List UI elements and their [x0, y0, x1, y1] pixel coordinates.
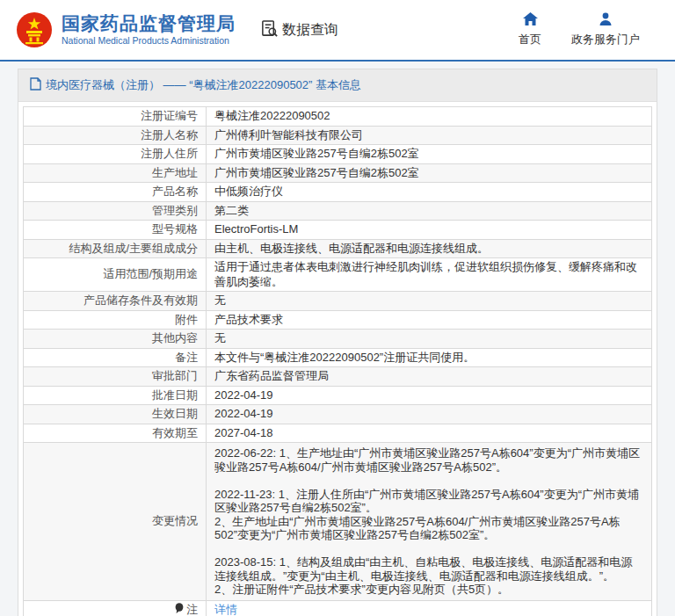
row-label: 产品储存条件及有效期: [24, 292, 207, 311]
row-label: 注册证编号: [24, 107, 207, 127]
content-panel: 境内医疗器械（注册） —— “粤械注准20222090502” 基本信息 注册证…: [18, 69, 657, 616]
nav-item-gov-portal[interactable]: 政务服务门户: [571, 12, 640, 47]
table-row: 管理类别 第二类: [24, 201, 652, 221]
row-value: 粤械注准20222090502: [207, 107, 652, 127]
registration-info-table: 注册证编号 粤械注准20222090502 注册人名称 广州傅利叶智能科技有限公…: [23, 106, 652, 616]
row-label: 注册人名称: [24, 126, 207, 145]
row-label: 生效日期: [24, 405, 207, 424]
site-header: 国家药品监督管理局 National Medical Products Admi…: [0, 0, 675, 62]
row-value: ElectroFortis-LM: [207, 221, 652, 240]
nav-gov-portal-label: 政务服务门户: [571, 32, 640, 47]
row-value: 广州傅利叶智能科技有限公司: [207, 126, 652, 145]
national-emblem-icon: [16, 11, 53, 48]
table-row: 结构及组成/主要组成成分 由主机、电极连接线、电源适配器和电源连接线组成。: [24, 239, 652, 258]
table-row: 附件 产品技术要求: [24, 310, 652, 330]
detail-link[interactable]: 详情: [214, 603, 237, 616]
row-label: 型号规格: [24, 221, 207, 240]
row-label: 有效期至: [24, 424, 207, 443]
row-value: 广东省药品监督管理局: [207, 367, 652, 387]
note-row-label: 注: [186, 603, 198, 616]
row-value: 2022-04-19: [207, 405, 652, 424]
header-nav: 首页 政务服务门户: [519, 12, 640, 47]
table-row-note: 注 详情: [24, 600, 652, 616]
row-value: 第二类: [207, 201, 652, 221]
row-label: 生产地址: [24, 163, 207, 183]
table-row: 注册人住所 广州市黄埔区骏业路257号自编2栋502室: [24, 145, 652, 164]
page-file-icon: [30, 77, 46, 93]
table-row: 批准日期 2022-04-19: [24, 386, 652, 405]
row-value: 2027-04-18: [207, 424, 652, 443]
table-row: 产品名称 中低频治疗仪: [24, 183, 652, 202]
row-value: 产品技术要求: [207, 310, 652, 330]
row-label: 管理类别: [24, 201, 207, 221]
row-value: 广州市黄埔区骏业路257号自编2栋502室: [207, 163, 652, 183]
data-query-label: 数据查询: [282, 21, 338, 40]
row-label: 其他内容: [24, 330, 207, 349]
table-row: 审批部门 广东省药品监督管理局: [24, 367, 652, 387]
row-label: 备注: [24, 348, 207, 367]
table-row: 其他内容 无: [24, 330, 652, 349]
home-icon: [523, 12, 538, 29]
row-value: 无: [207, 292, 652, 311]
table-row: 注册证编号 粤械注准20222090502: [24, 107, 652, 127]
registration-info-section: 注册证编号 粤械注准20222090502 注册人名称 广州傅利叶智能科技有限公…: [18, 102, 657, 616]
row-label: 结构及组成/主要组成成分: [24, 239, 207, 258]
change-history-value: 2022-06-22: 1、生产地址由“广州市黄埔区骏业路257号A栋604”变…: [207, 443, 652, 601]
nav-home-label: 首页: [519, 32, 541, 47]
table-row: 生产地址 广州市黄埔区骏业路257号自编2栋502室: [24, 163, 652, 183]
row-label: 附件: [24, 310, 207, 330]
table-row: 生效日期 2022-04-19: [24, 405, 652, 424]
site-logo[interactable]: 国家药品监督管理局 National Medical Products Admi…: [16, 11, 236, 48]
table-row: 有效期至 2027-04-18: [24, 424, 652, 443]
row-value: 中低频治疗仪: [207, 183, 652, 202]
row-label: 审批部门: [24, 367, 207, 387]
row-value: 广州市黄埔区骏业路257号自编2栋502室: [207, 145, 652, 164]
row-value: 本文件与“粤械注准20222090502”注册证共同使用。: [207, 348, 652, 367]
table-row: 型号规格 ElectroFortis-LM: [24, 221, 652, 240]
page-body: 境内医疗器械（注册） —— “粤械注准20222090502” 基本信息 注册证…: [0, 62, 675, 616]
site-title: 国家药品监督管理局: [62, 13, 236, 34]
row-label: 适用范围/预期用途: [24, 258, 207, 292]
table-row: 适用范围/预期用途 适用于通过患者体表电刺激进行神经肌肉训练，促进软组织损伤修复…: [24, 258, 652, 292]
row-label: 产品名称: [24, 183, 207, 202]
row-label: 变更情况: [24, 443, 207, 601]
row-value: 2022-04-19: [207, 386, 652, 405]
document-search-icon: [260, 19, 282, 41]
breadcrumb-text: 境内医疗器械（注册） —— “粤械注准20222090502” 基本信息: [46, 77, 361, 93]
row-value: 无: [207, 330, 652, 349]
table-row: 产品储存条件及有效期 无: [24, 292, 652, 311]
row-label: 注册人住所: [24, 145, 207, 164]
table-row-change-history: 变更情况 2022-06-22: 1、生产地址由“广州市黄埔区骏业路257号A栋…: [24, 443, 652, 601]
row-value: 适用于通过患者体表电刺激进行神经肌肉训练，促进软组织损伤修复、缓解疼痛和改善肌肉…: [207, 258, 652, 292]
breadcrumb: 境内医疗器械（注册） —— “粤械注准20222090502” 基本信息: [18, 69, 657, 102]
row-label: 批准日期: [24, 386, 207, 405]
user-icon: [599, 12, 613, 29]
data-query-tab[interactable]: 数据查询: [260, 19, 338, 41]
note-bulb-icon: [175, 603, 184, 616]
site-subtitle: National Medical Products Administration: [62, 34, 236, 47]
table-row: 备注 本文件与“粤械注准20222090502”注册证共同使用。: [24, 348, 652, 367]
nav-item-home[interactable]: 首页: [519, 12, 541, 47]
row-value: 由主机、电极连接线、电源适配器和电源连接线组成。: [207, 239, 652, 258]
table-row: 注册人名称 广州傅利叶智能科技有限公司: [24, 126, 652, 145]
